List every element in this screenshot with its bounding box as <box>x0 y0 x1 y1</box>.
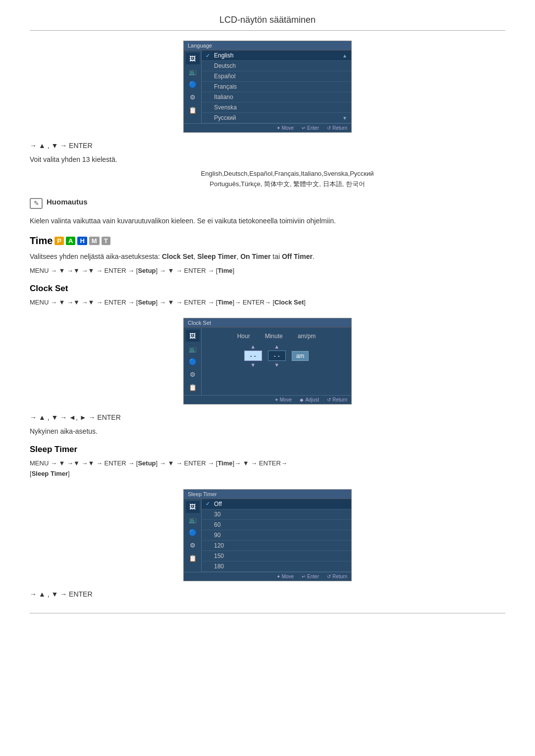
minute-up-arrow-icon: ▲ <box>274 344 279 350</box>
return-icon: ↺ <box>327 125 331 131</box>
sleep-sidebar: 🖼 📺 🔵 ⚙ 📋 ✓ Off 30 <box>184 499 351 572</box>
clock-icons-column: 🖼 📺 🔵 ⚙ 📋 <box>184 328 202 395</box>
language-item-italiano[interactable]: Italiano <box>202 92 351 102</box>
checkmark-60 <box>206 522 212 528</box>
sleep-timer-widget: Sleep Timer 🖼 📺 🔵 ⚙ 📋 ✓ Off 3 <box>183 489 352 581</box>
language-menu-widget: Language 🖼 📺 🔵 ⚙ 📋 ✓ English ▲ <box>183 41 352 133</box>
clock-set-title: Clock Set <box>184 318 351 328</box>
clock-move-icon: ✦ <box>274 397 278 403</box>
clock-icon-circle: 🔵 <box>186 355 200 367</box>
bottom-move: ✦ Move <box>276 125 294 131</box>
sleep-return-icon: ↺ <box>327 574 331 579</box>
clock-set-menu-path: MENU → ▼ →▼ →▼ → ENTER → [Setup] → ▼ → E… <box>30 298 505 308</box>
move-icon: ✦ <box>276 125 280 131</box>
language-item-svenska[interactable]: Svenska <box>202 102 351 113</box>
checkmark-30 <box>206 511 212 517</box>
menu-icon-picture: 🖼 <box>186 52 200 64</box>
keyword-ontimer: On Timer <box>240 252 270 260</box>
checkmark-francais <box>206 84 212 90</box>
time-menu-path: MENU → ▼ →▼ →▼ → ENTER → [Setup] → ▼ → E… <box>30 266 505 276</box>
language-item-russian[interactable]: Русский ▼ <box>202 113 351 123</box>
sleep-enter-icon: ↵ <box>302 574 306 579</box>
language-list-text: English,Deutsch,Español,Français,Italian… <box>69 169 505 190</box>
note-body-text: Kielen valinta vaikuttaa vain kuvaruutuv… <box>30 216 505 226</box>
checkmark-120 <box>206 543 212 549</box>
clock-description: Nykyinen aika-asetus. <box>30 426 505 437</box>
checkmark-deutsch <box>206 63 212 69</box>
checkmark-svenska <box>206 104 212 110</box>
sleep-move-icon: ✦ <box>276 574 280 579</box>
hour-up-arrow-icon: ▲ <box>250 344 256 350</box>
keyword-clockset: Clock Set <box>162 252 194 260</box>
sleep-bottom-bar: ✦ Move ↵ Enter ↺ Return <box>184 572 351 581</box>
setup-bracket: Setup <box>138 267 156 274</box>
sleep-icon-display: 📺 <box>186 514 200 526</box>
checkmark-english: ✓ <box>206 52 212 59</box>
checkmark-off: ✓ <box>206 501 212 507</box>
time-section-header: Time P A H M T <box>30 235 505 247</box>
hour-field-group: ▲ - - ▼ <box>244 344 262 368</box>
clock-bottom-adjust: ◆ Adjust <box>300 397 319 403</box>
menu-sidebar: 🖼 📺 🔵 ⚙ 📋 ✓ English ▲ Deutsch <box>184 50 351 123</box>
enter-icon: ↵ <box>302 125 306 131</box>
checkmark-90 <box>206 532 212 538</box>
checkmark-180 <box>206 563 212 569</box>
sleep-timer-screenshot: Sleep Timer 🖼 📺 🔵 ⚙ 📋 ✓ Off 3 <box>30 489 505 581</box>
sleep-icon-picture: 🖼 <box>186 501 200 513</box>
ampm-button[interactable]: am <box>292 351 309 361</box>
language-item-espanol[interactable]: Español <box>202 71 351 82</box>
note-box: ✎ Huomautus <box>30 198 505 209</box>
language-item-english[interactable]: ✓ English ▲ <box>202 50 351 61</box>
clock-icon-settings: ⚙ <box>186 368 200 380</box>
checkmark-italiano <box>206 94 212 100</box>
sleep-item-180[interactable]: 180 <box>202 561 351 572</box>
sleep-list: ✓ Off 30 60 90 <box>202 499 351 572</box>
clock-nav-instruction: → ▲ , ▼ → ◄, ► → ENTER <box>30 413 505 421</box>
clock-set-header: Clock Set <box>30 284 505 294</box>
scrollbar-up-icon: ▲ <box>342 53 347 58</box>
clock-icon-picture: 🖼 <box>186 330 200 342</box>
sleep-item-150[interactable]: 150 <box>202 551 351 561</box>
minute-down-arrow-icon: ▼ <box>274 362 279 368</box>
checkmark-russian <box>206 115 212 121</box>
clock-bottom-bar: ✦ Move ◆ Adjust ↺ Return <box>184 395 351 404</box>
sleep-bottom-move: ✦ Move <box>276 574 294 579</box>
badge-h: H <box>77 237 87 245</box>
sleep-icons-column: 🖼 📺 🔵 ⚙ 📋 <box>184 499 202 572</box>
sleep-item-90[interactable]: 90 <box>202 530 351 541</box>
keyword-offtimer: Off Timer <box>282 252 313 260</box>
sleep-item-30[interactable]: 30 <box>202 509 351 520</box>
time-description: Valitsees yhden neljästä aika-asetuksest… <box>30 252 505 262</box>
sleep-item-120[interactable]: 120 <box>202 541 351 551</box>
hour-down-arrow-icon: ▼ <box>250 362 256 368</box>
sleep-nav-instruction: → ▲ , ▼ → ENTER <box>30 590 505 598</box>
language-item-deutsch[interactable]: Deutsch <box>202 61 351 71</box>
menu-icon-display: 📺 <box>186 65 200 77</box>
clock-main-area: Hour Minute am/pm ▲ - - ▼ ▲ - - <box>202 328 351 395</box>
clock-set-body: 🖼 📺 🔵 ⚙ 📋 Hour Minute am/pm ▲ <box>184 328 351 395</box>
language-item-francais[interactable]: Français <box>202 82 351 92</box>
sleep-bottom-return: ↺ Return <box>327 574 347 579</box>
checkmark-150 <box>206 553 212 559</box>
note-title: Huomautus <box>47 198 88 206</box>
minute-field-group: ▲ - - ▼ <box>268 344 286 368</box>
language-menu-bottom-bar: ✦ Move ↵ Enter ↺ Return <box>184 123 351 132</box>
menu-icon-clipboard: 📋 <box>186 104 200 116</box>
badge-a: A <box>66 237 75 245</box>
badge-t: T <box>102 237 110 245</box>
sleep-item-60[interactable]: 60 <box>202 520 351 530</box>
hour-field[interactable]: - - <box>244 351 262 361</box>
time-bracket: Time <box>217 267 232 274</box>
menu-icon-settings: ⚙ <box>186 91 200 103</box>
menu-icons-column: 🖼 📺 🔵 ⚙ 📋 <box>184 50 202 123</box>
sleep-icon-circle: 🔵 <box>186 527 200 539</box>
clock-bottom-move: ✦ Move <box>274 397 292 403</box>
clock-set-widget: Clock Set 🖼 📺 🔵 ⚙ 📋 Hour Minute am/pm <box>183 318 352 404</box>
scrollbar-down-icon: ▼ <box>342 115 347 121</box>
checkmark-espanol <box>206 73 212 79</box>
badge-p: P <box>54 237 64 245</box>
bottom-enter: ↵ Enter <box>302 125 319 131</box>
sleep-item-off[interactable]: ✓ Off <box>202 499 351 509</box>
minute-field[interactable]: - - <box>268 351 286 361</box>
language-description: Voit valita yhden 13 kielestä. <box>30 154 505 165</box>
